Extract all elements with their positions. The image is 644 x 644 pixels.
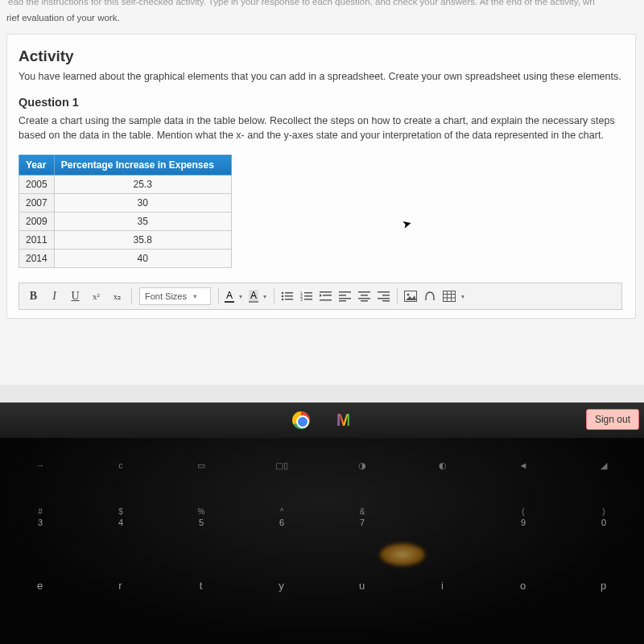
svg-point-2 bbox=[282, 295, 284, 298]
align-right-icon[interactable] bbox=[378, 291, 390, 302]
italic-button[interactable]: I bbox=[45, 287, 64, 306]
svg-rect-25 bbox=[382, 295, 390, 296]
underline-button[interactable]: U bbox=[66, 287, 85, 306]
svg-point-4 bbox=[282, 299, 284, 301]
svg-rect-15 bbox=[320, 299, 332, 301]
text-color-button[interactable]: A bbox=[225, 290, 234, 303]
numbered-list-icon[interactable]: 123 bbox=[300, 291, 313, 302]
svg-rect-16 bbox=[339, 291, 351, 293]
chromeos-shelf: M Sign out bbox=[0, 402, 644, 438]
keyboard-area: → c ▭ ▢▯ ◑ ◐ ◄ ◢ #3 $4 %5 ^6 &7 (9 )0 e … bbox=[0, 438, 644, 644]
col-header-percentage: Percentage Increase in Expenses bbox=[54, 155, 231, 175]
table-row: 200935 bbox=[19, 213, 232, 231]
special-char-icon[interactable] bbox=[423, 291, 436, 302]
svg-rect-27 bbox=[382, 300, 390, 302]
keyboard-fn-row: → c ▭ ▢▯ ◑ ◐ ◄ ◢ bbox=[0, 460, 644, 471]
activity-panel: Activity You have learned about the grap… bbox=[6, 34, 636, 319]
sign-out-button[interactable]: Sign out bbox=[586, 409, 639, 430]
svg-point-29 bbox=[407, 294, 410, 296]
svg-rect-13 bbox=[323, 295, 332, 296]
keyboard-number-row: #3 $4 %5 ^6 &7 (9 )0 bbox=[0, 507, 644, 527]
svg-rect-11 bbox=[304, 299, 312, 300]
svg-text:3: 3 bbox=[300, 297, 303, 302]
svg-rect-21 bbox=[361, 295, 368, 296]
page-content: ead the instructions for this self-check… bbox=[0, 0, 644, 385]
svg-rect-24 bbox=[378, 291, 390, 293]
svg-rect-7 bbox=[304, 292, 312, 294]
svg-marker-14 bbox=[320, 294, 322, 297]
svg-point-0 bbox=[282, 292, 284, 295]
keyboard-glare bbox=[378, 543, 427, 567]
svg-rect-3 bbox=[285, 295, 293, 297]
bold-button[interactable]: B bbox=[24, 287, 43, 306]
table-row: 201440 bbox=[19, 250, 232, 268]
dropdown-icon[interactable]: ▾ bbox=[239, 293, 242, 300]
svg-rect-31 bbox=[444, 291, 456, 302]
svg-marker-30 bbox=[406, 295, 416, 300]
toolbar-separator bbox=[397, 288, 398, 304]
question-heading: Question 1 bbox=[19, 96, 622, 109]
svg-rect-22 bbox=[358, 298, 370, 299]
subscript-button[interactable]: x₂ bbox=[108, 287, 127, 306]
svg-rect-17 bbox=[339, 295, 346, 296]
svg-rect-5 bbox=[285, 299, 293, 300]
superscript-button[interactable]: x² bbox=[87, 287, 106, 306]
image-icon[interactable] bbox=[404, 291, 417, 302]
toolbar-separator bbox=[274, 288, 275, 304]
table-row: 200525.3 bbox=[19, 175, 232, 194]
svg-rect-1 bbox=[285, 292, 293, 294]
svg-rect-26 bbox=[378, 298, 390, 299]
svg-rect-9 bbox=[304, 295, 312, 297]
gmail-icon[interactable]: M bbox=[332, 409, 354, 431]
activity-description: You have learned about the graphical ele… bbox=[19, 70, 622, 85]
bullet-list-icon[interactable] bbox=[281, 291, 294, 302]
align-left-icon[interactable] bbox=[339, 291, 352, 302]
toolbar-separator bbox=[218, 288, 219, 304]
svg-rect-23 bbox=[361, 300, 368, 302]
svg-rect-19 bbox=[339, 300, 346, 302]
chrome-icon[interactable] bbox=[290, 409, 312, 431]
font-size-select[interactable]: Font Sizes bbox=[139, 287, 211, 305]
truncated-instruction-line1: ead the instructions for this self-check… bbox=[6, 0, 636, 11]
truncated-instruction-line2: rief evaluation of your work. bbox=[6, 11, 636, 29]
table-icon[interactable] bbox=[443, 291, 456, 302]
keyboard-letter-row: e r t y u i o p bbox=[0, 580, 644, 592]
dropdown-icon[interactable]: ▾ bbox=[263, 293, 266, 300]
col-header-year: Year bbox=[19, 155, 55, 175]
highlight-color-button[interactable]: A bbox=[249, 290, 258, 303]
svg-rect-20 bbox=[358, 291, 370, 293]
align-center-icon[interactable] bbox=[358, 291, 371, 302]
svg-rect-18 bbox=[339, 298, 351, 299]
table-row: 200730 bbox=[19, 194, 232, 213]
table-row: 201135.8 bbox=[19, 231, 232, 250]
question-description: Create a chart using the sample data in … bbox=[19, 114, 622, 144]
svg-rect-12 bbox=[320, 291, 332, 293]
toolbar-separator bbox=[131, 288, 132, 304]
editor-toolbar: B I U x² x₂ Font Sizes A▾ A▾ 123 ▾ bbox=[19, 283, 622, 310]
indent-icon[interactable] bbox=[320, 291, 332, 302]
sample-data-table: Year Percentage Increase in Expenses 200… bbox=[19, 155, 232, 268]
activity-heading: Activity bbox=[19, 47, 622, 65]
dropdown-icon[interactable]: ▾ bbox=[461, 293, 464, 300]
